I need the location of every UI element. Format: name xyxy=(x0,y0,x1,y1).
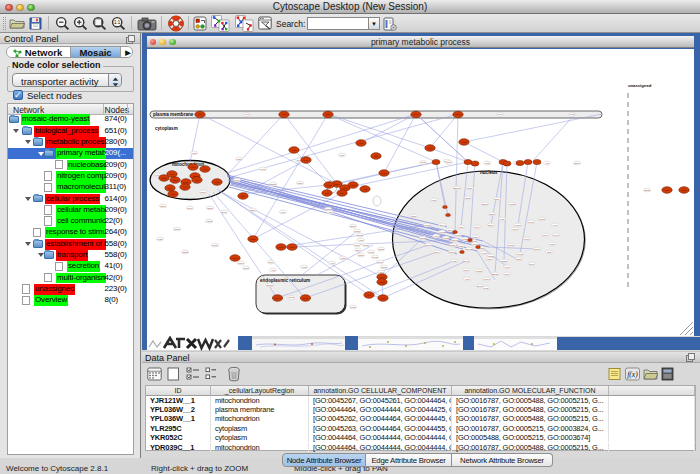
svg-text:Gat1: Gat1 xyxy=(297,182,303,185)
svg-text:Ssu1: Ssu1 xyxy=(574,162,580,165)
svg-text:Azr1: Azr1 xyxy=(330,262,336,265)
svg-text:Yro2: Yro2 xyxy=(484,162,490,165)
svg-text:Kdx1: Kdx1 xyxy=(553,234,559,237)
svg-text:Fus3: Fus3 xyxy=(455,234,461,237)
svg-text:Tpc1: Tpc1 xyxy=(524,238,530,241)
svg-text:Oac1: Oac1 xyxy=(207,207,213,210)
svg-text:Mks1: Mks1 xyxy=(424,224,430,227)
svg-text:Atm1: Atm1 xyxy=(481,252,487,255)
svg-text:Aqr1: Aqr1 xyxy=(327,211,333,214)
svg-text:Uga3: Uga3 xyxy=(172,179,178,181)
svg-text:Snq2: Snq2 xyxy=(644,189,650,192)
svg-text:Gal4: Gal4 xyxy=(198,113,203,115)
svg-text:Yap1: Yap1 xyxy=(170,173,176,175)
svg-text:Snq2: Snq2 xyxy=(357,234,363,237)
svg-text:Sch9: Sch9 xyxy=(340,192,346,194)
svg-text:Lst8: Lst8 xyxy=(459,226,464,229)
svg-text:Cla4: Cla4 xyxy=(505,273,511,276)
svg-text:Gat1: Gat1 xyxy=(171,193,177,195)
svg-text:Hkr1: Hkr1 xyxy=(433,235,439,238)
svg-text:Ste11: Ste11 xyxy=(463,260,470,263)
svg-text:Bem1: Bem1 xyxy=(454,187,461,190)
svg-text:Ste20: Ste20 xyxy=(303,297,309,299)
svg-text:Atr1: Atr1 xyxy=(545,162,550,165)
svg-text:Ndt80: Ndt80 xyxy=(270,183,277,186)
svg-text:Ure2: Ure2 xyxy=(183,186,189,188)
svg-text:Pdr3: Pdr3 xyxy=(569,113,575,116)
svg-text:Tpo1: Tpo1 xyxy=(484,278,490,281)
svg-text:f(x): f(x) xyxy=(627,370,638,379)
svg-text:Mac1: Mac1 xyxy=(381,266,388,269)
svg-text:Lys14: Lys14 xyxy=(212,244,219,247)
svg-text:Sho1: Sho1 xyxy=(425,244,431,247)
svg-text:Rgt1: Rgt1 xyxy=(358,254,364,257)
svg-text:Cla4: Cla4 xyxy=(665,189,670,191)
svg-text:Yor1: Yor1 xyxy=(245,113,250,116)
svg-text:Crc1: Crc1 xyxy=(234,179,240,182)
svg-text:Flr1: Flr1 xyxy=(281,211,286,214)
svg-text:Atr1: Atr1 xyxy=(271,269,276,272)
svg-text:Mdl1: Mdl1 xyxy=(486,258,492,261)
svg-text:Swi4: Swi4 xyxy=(439,224,445,227)
svg-text:Vhs1: Vhs1 xyxy=(515,224,521,227)
svg-text:Pic2: Pic2 xyxy=(550,243,555,246)
svg-text:Stp2: Stp2 xyxy=(335,183,340,185)
svg-text:Mac1: Mac1 xyxy=(190,166,196,168)
svg-text:Gln3: Gln3 xyxy=(195,179,200,181)
svg-text:Stp1: Stp1 xyxy=(241,195,246,197)
svg-text:Mpk1: Mpk1 xyxy=(381,172,387,174)
svg-text:Rox1: Rox1 xyxy=(377,261,383,264)
svg-text:Rox1: Rox1 xyxy=(455,113,461,115)
svg-text:Pet8: Pet8 xyxy=(261,168,267,171)
svg-text:Tor1: Tor1 xyxy=(475,226,480,229)
svg-text:Msb2: Msb2 xyxy=(379,281,385,283)
svg-text:Sho1: Sho1 xyxy=(379,276,385,278)
svg-text:Mot3: Mot3 xyxy=(372,256,378,259)
svg-text:Mrs4: Mrs4 xyxy=(187,207,193,210)
svg-text:Ndt80: Ndt80 xyxy=(482,203,489,206)
svg-text:Gic1: Gic1 xyxy=(464,269,470,272)
svg-text:Hog1: Hog1 xyxy=(517,253,523,256)
svg-text:Cad1: Cad1 xyxy=(161,177,167,179)
svg-text:Gzf3: Gzf3 xyxy=(288,296,294,299)
svg-text:Kdx1: Kdx1 xyxy=(359,142,365,144)
svg-text:Rtg3: Rtg3 xyxy=(327,184,332,186)
svg-text:Ssu1: Ssu1 xyxy=(350,225,356,228)
svg-text:Opy2: Opy2 xyxy=(380,297,386,299)
svg-text:Mot3: Mot3 xyxy=(414,113,420,115)
svg-text:Uga3: Uga3 xyxy=(182,251,188,254)
svg-text:Ypd1: Ypd1 xyxy=(290,246,296,248)
svg-text:Ste5: Ste5 xyxy=(412,215,418,218)
svg-text:Rtg1: Rtg1 xyxy=(343,187,348,189)
svg-text:Pdr3: Pdr3 xyxy=(363,244,369,247)
svg-text:Skm1: Skm1 xyxy=(681,189,687,191)
svg-text:Gal4: Gal4 xyxy=(355,249,361,252)
svg-text:Msa2: Msa2 xyxy=(443,237,450,240)
svg-text:Mtm1: Mtm1 xyxy=(539,218,546,221)
svg-text:Sch9: Sch9 xyxy=(488,224,494,227)
svg-text:Aqr1: Aqr1 xyxy=(464,278,470,281)
svg-text:Dal80: Dal80 xyxy=(267,284,274,287)
svg-text:Pdr5: Pdr5 xyxy=(420,161,426,164)
svg-text:Ypd1: Ypd1 xyxy=(451,260,457,263)
svg-text:Opy2: Opy2 xyxy=(452,239,458,242)
svg-text:Stp2: Stp2 xyxy=(466,197,472,200)
svg-text:Mdl1: Mdl1 xyxy=(236,158,242,161)
svg-text:Rgt1: Rgt1 xyxy=(326,113,331,115)
svg-text:Dal80: Dal80 xyxy=(214,181,220,183)
svg-text:Pdr1: Pdr1 xyxy=(354,244,360,247)
svg-text:Sfc1: Sfc1 xyxy=(251,209,256,212)
svg-text:Ssk2: Ssk2 xyxy=(251,238,257,240)
svg-text:Crc1: Crc1 xyxy=(512,228,518,231)
svg-text:Ste12: Ste12 xyxy=(466,248,473,251)
svg-text:Dig2: Dig2 xyxy=(459,245,465,248)
svg-text:Odc1: Odc1 xyxy=(489,213,495,216)
svg-text:Tpc1: Tpc1 xyxy=(200,191,206,194)
svg-text:nucleus: nucleus xyxy=(480,170,498,175)
svg-text:Cad1: Cad1 xyxy=(378,248,384,251)
svg-text:Yap1: Yap1 xyxy=(340,257,346,260)
svg-text:cytoplasm: cytoplasm xyxy=(155,126,178,131)
svg-text:Mir1: Mir1 xyxy=(340,154,345,157)
svg-text:Qdr2: Qdr2 xyxy=(476,270,482,273)
svg-text:unassigned: unassigned xyxy=(628,83,652,88)
